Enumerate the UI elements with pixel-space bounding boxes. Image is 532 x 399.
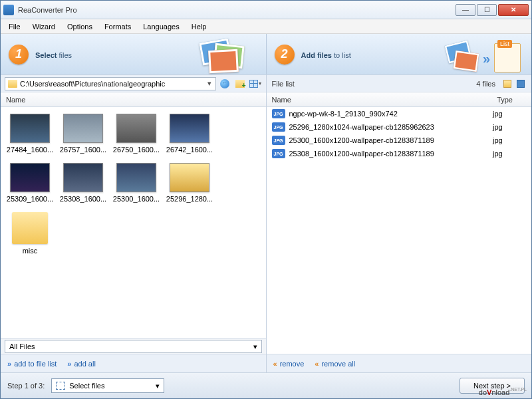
filter-dropdown[interactable]: All Files ▾ — [5, 340, 262, 353]
chevron-down-icon: ▾ — [253, 342, 257, 351]
remove-all-button[interactable]: «remove all — [315, 360, 355, 368]
step1-art — [182, 38, 262, 72]
thumb-item[interactable]: 27484_1600... — [6, 114, 54, 154]
copy-icon — [503, 80, 511, 88]
chevron-down-icon: ▾ — [156, 382, 160, 390]
filter-bar: All Files ▾ — [1, 338, 266, 354]
file-row[interactable]: JPG25296_1280x1024-wallpaper-cb128596262… — [267, 120, 532, 134]
file-list[interactable]: JPGngpc-wp-wk-8-1_29130_990x742jpg JPG25… — [267, 107, 532, 354]
thumb-label: 26750_1600... — [112, 146, 160, 154]
left-panel: C:\Users\reasoft\Pictures\nationalgeogra… — [1, 75, 267, 372]
thumb-item[interactable]: 25296_1280... — [166, 163, 213, 203]
thumbnail-icon — [170, 163, 209, 192]
path-combo[interactable]: C:\Users\reasoft\Pictures\nationalgeogra… — [5, 77, 216, 90]
thumbnail-icon — [63, 163, 103, 192]
export-list-button[interactable] — [515, 78, 526, 89]
file-row[interactable]: JPG25300_1600x1200-wallpaper-cb128387118… — [267, 134, 532, 147]
folder-icon — [12, 212, 48, 244]
left-action-bar: »add to file list »add all — [1, 354, 266, 372]
minimize-button[interactable]: — — [456, 4, 475, 16]
list-icon — [494, 43, 521, 72]
thumb-label: 25296_1280... — [166, 195, 213, 203]
thumb-item[interactable]: 25308_1600... — [59, 163, 107, 203]
add-to-list-button[interactable]: »add to file list — [7, 360, 57, 368]
new-folder-icon — [235, 80, 245, 88]
steps-header: 1 Select files 2 Add files to list » — [1, 34, 531, 75]
right-columns-header: Name Type — [267, 92, 532, 107]
window-controls: — ☐ ✕ — [456, 4, 529, 16]
select-files-icon — [56, 382, 65, 390]
file-row[interactable]: JPG25308_1600x1200-wallpaper-cb128387118… — [267, 147, 532, 160]
step1-header: 1 Select files — [1, 34, 266, 74]
right-action-bar: «remove «remove all — [267, 354, 532, 372]
menu-file[interactable]: File — [3, 21, 26, 32]
nav-back-button[interactable] — [218, 77, 231, 90]
right-panel: File list 4 files Name Type JPGngpc-wp-w… — [267, 75, 532, 372]
left-col-name[interactable]: Name — [6, 96, 39, 104]
right-col-name[interactable]: Name — [272, 96, 305, 104]
menu-languages[interactable]: Languages — [138, 21, 184, 32]
chevron-down-icon[interactable]: ▾ — [206, 79, 213, 88]
menubar: File Wizard Options Formats Languages He… — [1, 19, 531, 34]
thumbnail-icon — [10, 114, 50, 143]
thumb-label: 25300_1600... — [112, 195, 160, 203]
chevron-left-icon: « — [273, 360, 277, 368]
thumbnail-area[interactable]: 27484_1600... 26757_1600... 26750_1600..… — [1, 107, 266, 338]
export-icon — [517, 80, 525, 88]
double-chevron-left-icon: « — [315, 360, 319, 368]
file-type: jpg — [493, 136, 526, 144]
titlebar: ReaConverter Pro — ☐ ✕ — [1, 1, 531, 19]
globe-back-icon — [220, 79, 229, 88]
footer: Step 1 of 3: Select files ▾ Next step > — [1, 373, 531, 398]
step2-label: Add files to list — [301, 49, 351, 60]
menu-formats[interactable]: Formats — [99, 21, 136, 32]
body-panels: C:\Users\reasoft\Pictures\nationalgeogra… — [1, 75, 531, 373]
thumb-folder[interactable]: misc — [6, 212, 54, 255]
thumb-label: 27484_1600... — [6, 146, 54, 154]
menu-wizard[interactable]: Wizard — [27, 21, 61, 32]
file-name: 25296_1280x1024-wallpaper-cb1285962623 — [289, 123, 493, 131]
menu-options[interactable]: Options — [62, 21, 98, 32]
menu-help[interactable]: Help — [186, 21, 212, 32]
step2-header: 2 Add files to list » — [266, 34, 532, 74]
view-mode-button[interactable]: ▾ — [249, 77, 262, 90]
add-all-button[interactable]: »add all — [67, 360, 96, 368]
file-type: jpg — [493, 123, 526, 131]
new-folder-button[interactable] — [233, 77, 247, 90]
thumb-item[interactable]: 26742_1600... — [166, 114, 213, 154]
app-window: ReaConverter Pro — ☐ ✕ File Wizard Optio… — [0, 0, 532, 399]
close-button[interactable]: ✕ — [498, 4, 529, 16]
file-row[interactable]: JPGngpc-wp-wk-8-1_29130_990x742jpg — [267, 107, 532, 120]
step2-art: » — [448, 38, 527, 72]
window-title: ReaConverter Pro — [18, 6, 456, 14]
jpg-icon: JPG — [272, 136, 285, 145]
thumb-item[interactable]: 25309_1600... — [6, 163, 54, 203]
folder-icon — [8, 80, 17, 88]
thumbnail-icon — [116, 114, 156, 143]
thumb-label: 25309_1600... — [6, 195, 54, 203]
double-chevron-right-icon: » — [67, 360, 71, 368]
jpg-icon: JPG — [272, 109, 285, 118]
remove-button[interactable]: «remove — [273, 360, 305, 368]
thumb-item[interactable]: 26750_1600... — [112, 114, 160, 154]
file-count: 4 files — [476, 80, 495, 88]
filter-value: All Files — [9, 342, 35, 350]
step1-badge: 1 — [9, 45, 29, 65]
photos-icon — [182, 38, 262, 72]
chevron-right-icon: » — [7, 360, 11, 368]
file-name: 25300_1600x1200-wallpaper-cb1283871189 — [289, 136, 493, 144]
file-type: jpg — [493, 110, 526, 118]
maximize-button[interactable]: ☐ — [477, 4, 497, 16]
jpg-icon: JPG — [272, 149, 285, 158]
thumb-item[interactable]: 25300_1600... — [112, 163, 160, 203]
step2-badge: 2 — [275, 45, 295, 65]
thumbnail-icon — [116, 163, 156, 192]
path-text: C:\Users\reasoft\Pictures\nationalgeogra… — [20, 80, 206, 88]
thumbnail-icon — [170, 114, 209, 143]
right-col-type[interactable]: Type — [497, 96, 526, 104]
step-dropdown[interactable]: Select files ▾ — [51, 378, 164, 393]
thumbnail-icon — [10, 163, 50, 192]
thumb-item[interactable]: 26757_1600... — [59, 114, 107, 154]
grid-view-icon — [249, 80, 258, 88]
copy-list-button[interactable] — [502, 78, 513, 89]
